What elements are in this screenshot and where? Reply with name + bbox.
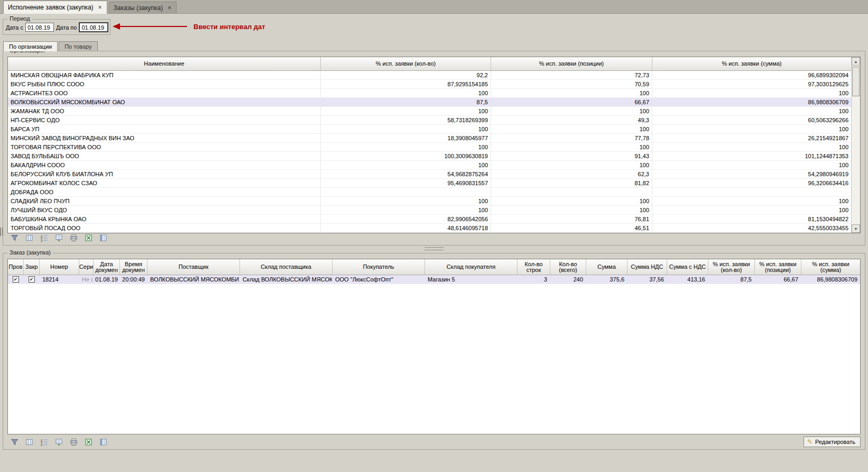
numbered-list-button[interactable]: 123 bbox=[38, 437, 50, 447]
tab-close-icon[interactable]: × bbox=[98, 5, 103, 10]
orders-column-header[interactable]: Дата докумен bbox=[94, 259, 120, 275]
print-button[interactable] bbox=[68, 437, 79, 447]
org-value-cell: 54,2980946919 bbox=[652, 170, 851, 178]
orders-column-header[interactable]: % исп. заявки (сумма) bbox=[801, 259, 860, 275]
scrollbar-thumb[interactable] bbox=[852, 67, 860, 96]
orders-column-header[interactable]: % исп. заявки (позиции) bbox=[755, 259, 801, 275]
org-value-cell: 60,5063296266 bbox=[652, 116, 851, 124]
column-header-pct-pos[interactable]: % исп. заявки (позиции) bbox=[491, 57, 652, 70]
orders-grid-toolbar: 123 bbox=[8, 437, 109, 447]
tab-by-organization[interactable]: По организации bbox=[3, 41, 58, 51]
orders-column-header[interactable]: % исп. заявки (кол-во) bbox=[708, 259, 755, 275]
org-value-cell: 101,1244871353 bbox=[652, 152, 851, 160]
org-value-cell: 100 bbox=[652, 143, 851, 151]
pencil-icon: ✎ bbox=[807, 439, 812, 445]
org-row[interactable]: БАКАЛДРИН СООО100100100 bbox=[8, 161, 851, 170]
column-header-pct-qty[interactable]: % исп. заявки (кол-во) bbox=[321, 57, 491, 70]
org-row[interactable]: ЗАВОД БУЛЬБАШЪ ООО100,300963081991,43101… bbox=[8, 152, 851, 161]
org-row[interactable]: АСТРАСИНТЕЗ ООО100100100 bbox=[8, 89, 851, 98]
orders-column-header[interactable]: Пров bbox=[8, 259, 24, 275]
orders-grid-body: ✔✔18214Не о01.08.1920:00:49ВОЛКОВЫССКИЙ … bbox=[8, 275, 860, 284]
org-row[interactable]: ТОРГОВАЯ ПЕРСПЕКТИВА ООО100100100 bbox=[8, 143, 851, 152]
column-chooser-button[interactable] bbox=[97, 437, 109, 447]
columns-icon bbox=[25, 438, 33, 446]
org-row[interactable]: БАРСА УП100100100 bbox=[8, 125, 851, 134]
org-row[interactable]: ВОЛКОВЫССКИЙ МЯСОКОМБИНАТ ОАО87,566,6786… bbox=[8, 98, 851, 107]
export-button[interactable] bbox=[53, 232, 64, 243]
orders-column-header[interactable]: Покупатель bbox=[333, 259, 425, 275]
orders-column-header[interactable]: Кол-во строк bbox=[518, 259, 550, 275]
edit-button[interactable]: ✎ Редактировать bbox=[804, 437, 861, 447]
tab-close-icon[interactable]: × bbox=[167, 5, 172, 11]
orders-column-header[interactable]: Сумма с НДС bbox=[667, 259, 708, 275]
org-row[interactable]: АГРОКОМБИНАТ КОЛОС СЗАО95,469083155781,8… bbox=[8, 179, 851, 188]
org-row[interactable]: МИНСКАЯ ОВОЩНАЯ ФАБРИКА КУП92,272,7396,6… bbox=[8, 71, 851, 80]
closed-checkbox[interactable]: ✔ bbox=[29, 276, 35, 283]
orders-column-header[interactable]: Закр bbox=[24, 259, 40, 275]
excel-export-button[interactable] bbox=[82, 232, 94, 243]
orders-column-header[interactable]: Сери bbox=[79, 259, 94, 275]
tab-zakazy[interactable]: Заказы (закупка) × bbox=[109, 2, 177, 13]
column-header-pct-sum[interactable]: % исп. заявки (сумма) bbox=[652, 57, 851, 70]
org-row[interactable]: ДОБРАДА ООО bbox=[8, 188, 851, 197]
orders-row[interactable]: ✔✔18214Не о01.08.1920:00:49ВОЛКОВЫССКИЙ … bbox=[8, 275, 860, 284]
orders-cell: Не о bbox=[79, 275, 94, 284]
orders-groupbox: Заказ (закупка) ПровЗакрНомерСериДата до… bbox=[3, 253, 865, 450]
org-table-scrollbar[interactable]: ▲ ▼ bbox=[851, 57, 860, 233]
org-value-cell: 100 bbox=[321, 89, 491, 97]
org-value-cell: 100 bbox=[321, 107, 491, 115]
org-value-cell: 100 bbox=[652, 206, 851, 214]
org-value-cell: 82,9906542056 bbox=[321, 215, 491, 223]
scrollbar-up-button[interactable]: ▲ bbox=[852, 57, 860, 66]
annotation-arrow-icon bbox=[113, 23, 120, 30]
orders-column-header[interactable]: Сумма НДС bbox=[627, 259, 667, 275]
org-value-cell: 100 bbox=[321, 161, 491, 169]
export-button[interactable] bbox=[53, 437, 64, 447]
org-name-cell: ВОЛКОВЫССКИЙ МЯСОКОМБИНАТ ОАО bbox=[8, 98, 321, 106]
filter-button[interactable] bbox=[8, 232, 20, 243]
orders-column-header[interactable]: Кол-во (всего) bbox=[550, 259, 586, 275]
print-button[interactable] bbox=[68, 232, 79, 243]
orders-grid: ПровЗакрНомерСериДата докуменВремя докум… bbox=[7, 259, 861, 434]
org-row[interactable]: ВКУС РЫБЫ ПЛЮС СООО87,929515418570,5997,… bbox=[8, 80, 851, 89]
date-to-input[interactable] bbox=[79, 22, 108, 32]
numbered-list-button[interactable]: 123 bbox=[38, 232, 50, 243]
columns-button[interactable] bbox=[23, 232, 35, 243]
columns-button[interactable] bbox=[23, 437, 35, 447]
org-row[interactable]: ЖАМАНАК ТД ООО100100100 bbox=[8, 107, 851, 116]
export-icon bbox=[55, 438, 63, 446]
tab-by-product[interactable]: По товару bbox=[59, 41, 97, 51]
org-row[interactable]: БЕЛОРУССКИЙ КЛУБ БИАТЛОНА УП54,968287526… bbox=[8, 170, 851, 179]
orders-cell: 86,9808306709 bbox=[801, 275, 860, 284]
date-to-label: Дата по bbox=[56, 24, 77, 31]
column-chooser-button[interactable] bbox=[97, 232, 109, 243]
tab-ispolnenie-zayavok[interactable]: Исполнение заявок (закупка) × bbox=[3, 1, 107, 14]
orders-column-header[interactable]: Склад покупателя bbox=[425, 259, 518, 275]
orders-column-header[interactable]: Номер bbox=[40, 259, 79, 275]
org-row[interactable]: ЛУЧШИЙ ВКУС ОДО100100100 bbox=[8, 206, 851, 215]
org-row[interactable]: БАБУШКИНА КРЫНКА ОАО82,990654205676,8181… bbox=[8, 215, 851, 224]
org-row[interactable]: МИНСКИЙ ЗАВОД ВИНОГРАДНЫХ ВИН ЗАО18,3908… bbox=[8, 134, 851, 143]
horizontal-splitter[interactable] bbox=[0, 246, 868, 251]
orders-column-header[interactable]: Сумма bbox=[586, 259, 627, 275]
column-header-name[interactable]: Наименование bbox=[8, 57, 321, 70]
org-row[interactable]: ТОРГОВЫЙ ПОСАД ООО48,614609571846,5142,5… bbox=[8, 224, 851, 233]
org-row[interactable]: СЛАДКИЙ ЛЕО ПЧУП100100100 bbox=[8, 197, 851, 206]
proved-checkbox[interactable]: ✔ bbox=[13, 276, 19, 283]
orders-column-header[interactable]: Поставщик bbox=[147, 259, 240, 275]
date-from-input[interactable] bbox=[25, 23, 54, 32]
org-value-cell: 26,2154921867 bbox=[652, 134, 851, 142]
org-value-cell: 96,3206634416 bbox=[652, 179, 851, 187]
orders-checkbox-cell: ✔ bbox=[8, 275, 24, 284]
left-splitter-grip[interactable] bbox=[0, 228, 3, 236]
org-name-cell: БАРСА УП bbox=[8, 125, 321, 133]
filter-button[interactable] bbox=[8, 437, 20, 447]
orders-column-header[interactable]: Склад поставщика bbox=[240, 259, 333, 275]
excel-export-icon bbox=[85, 234, 93, 242]
orders-column-header[interactable]: Время докумен bbox=[120, 259, 147, 275]
orders-cell: ВОЛКОВЫССКИЙ МЯСОКОМБИ bbox=[147, 275, 240, 284]
orders-cell: ООО "ЛюксСофтОпт" bbox=[333, 275, 425, 284]
org-row[interactable]: НП-СЕРВИС ОДО58,731826939949,360,5063296… bbox=[8, 116, 851, 125]
scrollbar-down-button[interactable]: ▼ bbox=[852, 224, 860, 233]
excel-export-button[interactable] bbox=[82, 437, 94, 447]
